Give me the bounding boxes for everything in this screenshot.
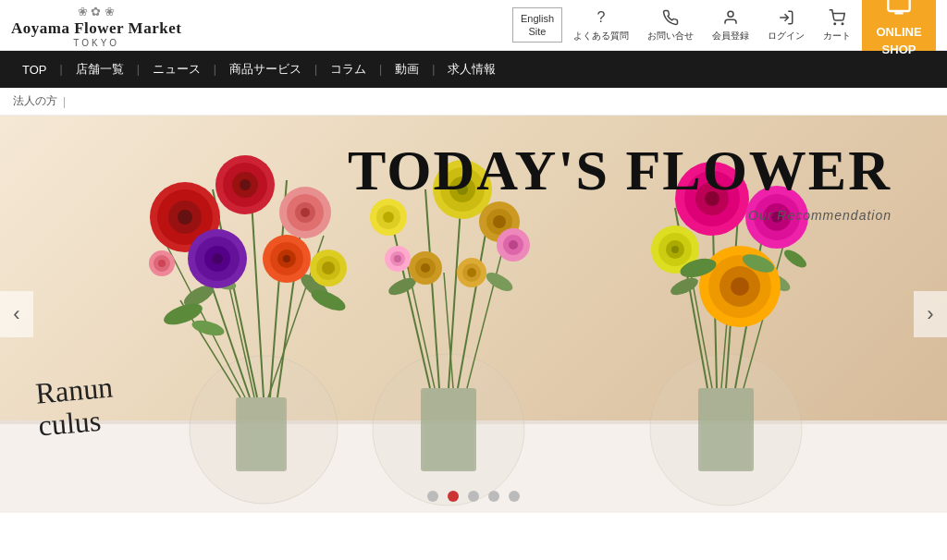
- logo-brand: Aoyama Flower Market: [11, 19, 181, 38]
- faq-button[interactable]: ? よくある質問: [566, 4, 636, 46]
- monitor-icon: [886, 0, 912, 21]
- svg-point-1: [728, 11, 733, 17]
- online-shop-button[interactable]: ONLINE SHOP: [862, 0, 936, 51]
- sub-nav: 法人の方 |: [0, 88, 947, 116]
- hero-title: TODAY'S FLOWER: [348, 141, 892, 199]
- svg-text:❀ ✿ ❀: ❀ ✿ ❀: [78, 5, 115, 18]
- carousel-dot-1[interactable]: [427, 491, 438, 502]
- nav-stores[interactable]: 店舗一覧: [63, 51, 137, 88]
- site-header: ❀ ✿ ❀ Aoyama Flower Market TOKYO English…: [0, 0, 947, 51]
- svg-point-4: [842, 23, 843, 25]
- svg-point-49: [283, 255, 290, 262]
- svg-point-86: [394, 255, 401, 262]
- nav-jobs[interactable]: 求人情報: [435, 51, 509, 88]
- member-icon: [720, 7, 741, 28]
- hero-carousel: TODAY'S FLOWER Our Recommendation Ranun …: [0, 116, 947, 513]
- svg-point-83: [509, 240, 518, 250]
- main-nav: TOP | 店舗一覧 | ニュース | 商品サービス | コラム | 動画 | …: [0, 51, 947, 88]
- carousel-dot-3[interactable]: [468, 491, 479, 502]
- svg-point-71: [383, 212, 394, 223]
- svg-rect-5: [888, 0, 909, 11]
- svg-point-94: [669, 274, 701, 298]
- svg-point-45: [212, 253, 223, 264]
- svg-point-107: [731, 277, 749, 296]
- nav-column[interactable]: コラム: [317, 51, 379, 88]
- svg-point-80: [467, 268, 476, 277]
- carousel-dots: [427, 491, 520, 502]
- carousel-prev-button[interactable]: ‹: [0, 291, 33, 337]
- header-actions: English Site ? よくある質問 お問い合せ: [512, 0, 936, 51]
- subnav-sep: |: [63, 95, 66, 108]
- svg-point-64: [484, 269, 516, 295]
- svg-point-37: [240, 179, 251, 190]
- contact-button[interactable]: お問い合せ: [640, 4, 701, 46]
- svg-line-56: [388, 208, 430, 388]
- hero-handwriting: Ranun culus: [34, 371, 117, 442]
- svg-point-74: [493, 215, 506, 228]
- svg-point-33: [178, 210, 192, 225]
- logo-city: TOKYO: [73, 38, 119, 48]
- logo-img: ❀ ✿ ❀ Aoyama Flower Market TOKYO: [11, 3, 181, 48]
- logo-flower-svg: ❀ ✿ ❀: [55, 3, 138, 19]
- svg-point-55: [322, 262, 335, 274]
- login-icon: [776, 7, 796, 28]
- svg-point-41: [301, 208, 310, 217]
- carousel-dot-4[interactable]: [488, 491, 499, 502]
- carousel-next-button[interactable]: ›: [914, 291, 947, 337]
- english-site-button[interactable]: English Site: [512, 7, 562, 43]
- login-button[interactable]: ログイン: [760, 4, 812, 46]
- svg-point-114: [781, 247, 809, 271]
- faq-icon: ?: [591, 7, 611, 28]
- cart-button[interactable]: カート: [816, 4, 858, 46]
- carousel-dot-2[interactable]: [448, 491, 459, 502]
- cart-icon: [827, 7, 847, 28]
- svg-point-52: [158, 260, 166, 267]
- logo-area[interactable]: ❀ ✿ ❀ Aoyama Flower Market TOKYO: [11, 3, 181, 48]
- svg-point-77: [421, 263, 430, 273]
- phone-icon: [660, 7, 681, 28]
- carousel-dot-5[interactable]: [509, 491, 520, 502]
- svg-point-12: [190, 356, 338, 504]
- subnav-corporate[interactable]: 法人の方: [13, 93, 57, 109]
- member-button[interactable]: 会員登録: [705, 4, 756, 46]
- nav-news[interactable]: ニュース: [140, 51, 214, 88]
- nav-video[interactable]: 動画: [382, 51, 432, 88]
- svg-point-111: [671, 246, 679, 253]
- svg-point-117: [191, 318, 226, 339]
- nav-products[interactable]: 商品サービス: [216, 51, 314, 88]
- hero-subtitle: Our Recommendation: [748, 208, 892, 223]
- nav-top[interactable]: TOP: [9, 51, 60, 88]
- svg-point-3: [834, 23, 836, 25]
